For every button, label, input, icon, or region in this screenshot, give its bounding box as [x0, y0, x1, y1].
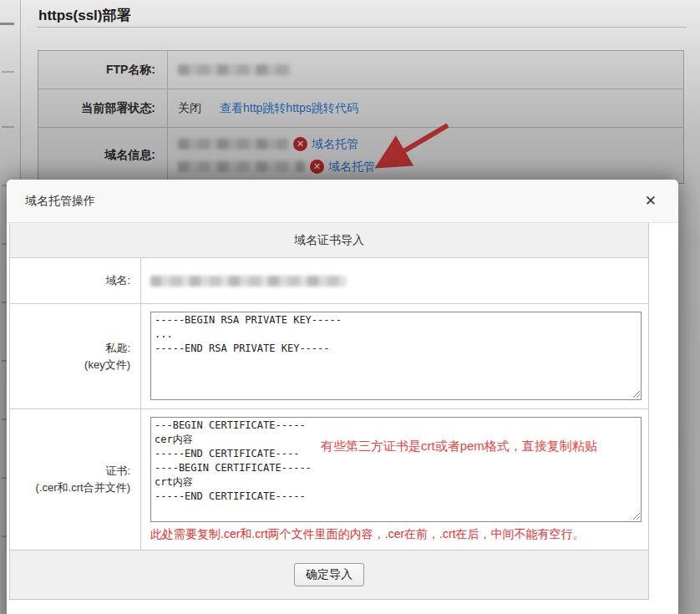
form-footer: 确定导入 [10, 551, 648, 599]
dialog-header: 域名托管操作 ✕ [7, 180, 678, 223]
domain-hosting-dialog: 域名托管操作 ✕ 域名证书导入 域名: 私匙: (key文件) -----BEG… [7, 180, 678, 614]
form-row-domain: 域名: [10, 258, 648, 304]
ftp-name-value [168, 51, 683, 89]
ftp-name-label: FTP名称: [38, 51, 168, 89]
certificate-import-form: 域名证书导入 域名: 私匙: (key文件) -----BEGIN RSA PR… [9, 223, 649, 600]
deploy-status-value: 关闭 查看http跳转https跳转代码 [168, 89, 683, 127]
form-row-certificate: 证书: (.cer和.crt合并文件) 有些第三方证书是crt或者pem格式，直… [10, 409, 648, 551]
dialog-title: 域名托管操作 [25, 194, 95, 209]
redacted-domain [150, 276, 347, 287]
domain-entry: ✕ 域名托管 [178, 133, 358, 155]
rail-mark [2, 126, 14, 128]
status-text: 关闭 [178, 101, 201, 116]
rail-mark [0, 23, 14, 25]
private-key-textarea-wrap: -----BEGIN RSA PRIVATE KEY----- ... ----… [150, 312, 642, 400]
redacted-ftp-name [178, 64, 291, 75]
certificate-paste-note: 此处需要复制.cer和.crt两个文件里面的内容，.cer在前，.crt在后，中… [150, 527, 648, 542]
view-redirect-code-link[interactable]: 查看http跳转https跳转代码 [220, 101, 358, 116]
domain-info-label: 域名信息: [38, 128, 168, 183]
table-row-domains: 域名信息: ✕ 域名托管 ✕ 域名托管 [38, 128, 683, 183]
certificate-value: 有些第三方证书是crt或者pem格式，直接复制粘贴 ---BEGIN CERTI… [141, 409, 648, 550]
domain-value [141, 258, 648, 303]
certificate-textarea[interactable]: ---BEGIN CERTIFICATE----- cer内容 -----END… [150, 417, 642, 522]
table-row-ftp: FTP名称: [38, 51, 683, 89]
rail-mark [2, 71, 14, 73]
page-title: https(ssl)部署 [38, 6, 131, 25]
close-icon[interactable]: ✕ [645, 194, 657, 208]
domain-info-value: ✕ 域名托管 ✕ 域名托管 [168, 128, 683, 183]
private-key-textarea[interactable]: -----BEGIN RSA PRIVATE KEY----- ... ----… [150, 312, 642, 400]
certificate-textarea-wrap: ---BEGIN CERTIFICATE----- cer内容 -----END… [150, 417, 642, 522]
redacted-domain [178, 161, 305, 172]
form-section-header: 域名证书导入 [10, 223, 648, 258]
domain-hosting-link[interactable]: 域名托管 [328, 160, 375, 175]
certificate-format-annotation: 有些第三方证书是crt或者pem格式，直接复制粘贴 [321, 439, 597, 454]
table-row-status: 当前部署状态: 关闭 查看http跳转https跳转代码 [38, 89, 683, 128]
certificate-label: 证书: (.cer和.crt合并文件) [10, 409, 141, 550]
remove-domain-icon[interactable]: ✕ [293, 137, 307, 151]
private-key-value: -----BEGIN RSA PRIVATE KEY----- ... ----… [141, 304, 648, 408]
form-row-private-key: 私匙: (key文件) -----BEGIN RSA PRIVATE KEY--… [10, 304, 648, 409]
domain-hosting-link[interactable]: 域名托管 [312, 137, 358, 152]
ssl-status-table: FTP名称: 当前部署状态: 关闭 查看http跳转https跳转代码 域名信息… [38, 50, 684, 184]
domain-entry: ✕ 域名托管 [178, 155, 375, 178]
domain-label: 域名: [10, 258, 141, 303]
heading-divider [37, 27, 687, 28]
remove-domain-icon[interactable]: ✕ [310, 160, 324, 174]
deploy-status-label: 当前部署状态: [38, 89, 168, 127]
confirm-import-button[interactable]: 确定导入 [294, 563, 364, 586]
redacted-domain [178, 139, 288, 150]
private-key-label: 私匙: (key文件) [10, 304, 141, 408]
